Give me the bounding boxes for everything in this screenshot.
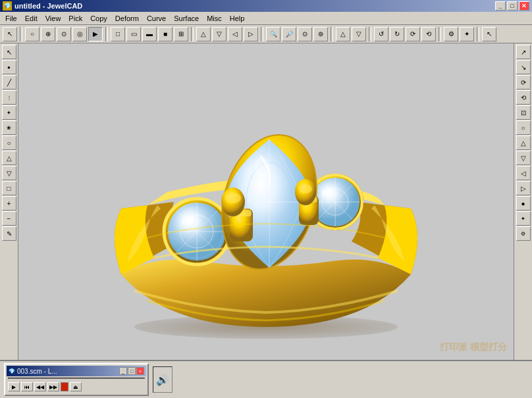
minimize-button[interactable]: _ <box>495 1 506 11</box>
tb-rect4[interactable]: ■ <box>158 27 173 41</box>
media-fwd[interactable]: ▶▶ <box>47 382 59 391</box>
lt-line[interactable]: ╱ <box>2 75 16 89</box>
tb-rect3[interactable]: ▬ <box>142 27 157 41</box>
tb-pointer[interactable]: ↖ <box>3 27 17 41</box>
rt-r4[interactable]: ⟲ <box>516 90 531 105</box>
tb-arr1[interactable]: ◁ <box>228 27 242 41</box>
tb-rect2[interactable]: ▭ <box>126 27 141 41</box>
rt-r3[interactable]: ⟳ <box>516 75 531 89</box>
tb-rot1[interactable]: ↺ <box>374 27 388 41</box>
lt-plus[interactable]: + <box>2 196 16 211</box>
tb-zoom2[interactable]: 🔎 <box>282 27 296 41</box>
media-eject[interactable]: ⏏ <box>70 382 82 391</box>
media-back[interactable]: ◀◀ <box>34 382 46 391</box>
rt-r11[interactable]: ● <box>516 196 531 211</box>
tb-misc1[interactable]: ⚙ <box>444 27 458 41</box>
right-toolbar: ↗ ↘ ⟳ ⟲ ⊡ ○ △ ▽ ◁ ▷ ● ✦ ⚙ <box>514 43 532 360</box>
rt-r8[interactable]: ▽ <box>516 151 531 165</box>
tb-cursor[interactable]: ▶ <box>88 27 103 41</box>
close-button[interactable]: ✕ <box>519 1 529 11</box>
speaker-area: 🔊 <box>153 366 173 393</box>
lt-rect[interactable]: □ <box>2 181 16 195</box>
media-title-controls: _ □ × <box>119 367 144 375</box>
lt-minus[interactable]: − <box>2 211 16 226</box>
tb-globe2[interactable]: ⊙ <box>57 27 71 41</box>
tb-view1[interactable]: △ <box>336 27 350 41</box>
media-body: ▶ ⏮ ◀◀ ▶▶ ⏏ <box>7 376 146 393</box>
left-toolbar: ↖ ● ╱ ⋮ ✦ ❀ ○ △ ▽ □ + − ✎ <box>0 43 18 360</box>
tb-sep2 <box>105 27 108 41</box>
menu-help[interactable]: Help <box>226 13 249 24</box>
lt-pen[interactable]: ✎ <box>2 226 16 241</box>
rt-r6[interactable]: ○ <box>516 120 531 135</box>
tb-zoom4[interactable]: ⊚ <box>313 27 328 41</box>
media-resize[interactable]: □ <box>128 367 136 375</box>
menu-view[interactable]: View <box>41 13 65 24</box>
lt-select[interactable]: ↖ <box>2 45 16 59</box>
menu-edit[interactable]: Edit <box>21 13 41 24</box>
lt-tri-dn[interactable]: ▽ <box>2 166 16 180</box>
tb-target[interactable]: ◎ <box>72 27 87 41</box>
tb-rot4[interactable]: ⟲ <box>421 27 436 41</box>
tb-circle1[interactable]: ○ <box>25 27 40 41</box>
media-player: 💎 003.scm - L... _ □ × ▶ ⏮ ◀◀ ▶▶ ⏏ <box>4 363 149 396</box>
rt-r9[interactable]: ◁ <box>516 166 531 180</box>
rt-r13[interactable]: ⚙ <box>516 226 531 241</box>
lt-cluster[interactable]: ✦ <box>2 105 16 120</box>
tb-view2[interactable]: ▽ <box>352 27 366 41</box>
speaker-icon: 🔊 <box>156 374 169 386</box>
tb-tri1[interactable]: △ <box>196 27 211 41</box>
menu-curve[interactable]: Curve <box>143 13 170 24</box>
media-close[interactable]: × <box>136 367 144 375</box>
tb-globe1[interactable]: ⊕ <box>41 27 55 41</box>
media-controls: ▶ ⏮ ◀◀ ▶▶ ⏏ <box>8 382 145 391</box>
media-title-icon: 💎 <box>9 368 15 374</box>
menu-file[interactable]: File <box>1 13 21 24</box>
media-minimize[interactable]: _ <box>119 367 127 375</box>
tb-zoom3[interactable]: ⊙ <box>298 27 312 41</box>
menu-copy[interactable]: Copy <box>86 13 111 24</box>
rt-r2[interactable]: ↘ <box>516 60 531 74</box>
tb-sep3 <box>191 27 194 41</box>
rt-r1[interactable]: ↗ <box>516 45 531 59</box>
rt-r10[interactable]: ▷ <box>516 181 531 195</box>
lt-tri-up[interactable]: △ <box>2 151 16 165</box>
media-title-text: 003.scm - L... <box>17 368 119 375</box>
main-area: ↖ ● ╱ ⋮ ✦ ❀ ○ △ ▽ □ + − ✎ <box>0 43 532 360</box>
maximize-button[interactable]: □ <box>507 1 518 11</box>
ring-display <box>18 43 514 360</box>
media-play[interactable]: ▶ <box>8 382 20 391</box>
menu-deform[interactable]: Deform <box>111 13 143 24</box>
menu-misc[interactable]: Misc <box>203 13 226 24</box>
svg-point-34 <box>299 184 312 193</box>
lt-dots[interactable]: ⋮ <box>2 90 16 105</box>
progress-bar[interactable] <box>8 378 145 379</box>
title-bar: 💎 untitled - JewelCAD _ □ ✕ <box>0 0 532 12</box>
menu-surface[interactable]: Surface <box>170 13 203 24</box>
window-title: untitled - JewelCAD <box>14 2 82 10</box>
app-icon: 💎 <box>3 1 12 11</box>
lt-flower[interactable]: ❀ <box>2 120 16 135</box>
tb-rot3[interactable]: ⟳ <box>406 27 420 41</box>
media-stop[interactable] <box>61 382 68 391</box>
rt-r12[interactable]: ✦ <box>516 211 531 226</box>
tb-zoom1[interactable]: 🔍 <box>266 27 280 41</box>
tb-tri2[interactable]: ▽ <box>212 27 226 41</box>
rt-r5[interactable]: ⊡ <box>516 105 531 120</box>
tb-rot2[interactable]: ↻ <box>390 27 404 41</box>
menu-pick[interactable]: Pick <box>65 13 86 24</box>
tb-grid[interactable]: ⊞ <box>174 27 188 41</box>
tb-sep8 <box>477 27 479 41</box>
tb-misc2[interactable]: ✦ <box>460 27 474 41</box>
lt-node[interactable]: ● <box>2 60 16 74</box>
media-prev[interactable]: ⏮ <box>21 382 33 391</box>
lt-ring[interactable]: ○ <box>2 136 16 150</box>
ring-svg <box>68 64 464 340</box>
rt-r7[interactable]: △ <box>516 136 531 150</box>
tb-rect1[interactable]: □ <box>111 27 125 41</box>
tb-sep1 <box>20 27 22 41</box>
tb-arrow[interactable]: ↖ <box>482 27 496 41</box>
bottom-panel: 💎 003.scm - L... _ □ × ▶ ⏮ ◀◀ ▶▶ ⏏ <box>0 360 532 398</box>
tb-arr2[interactable]: ▷ <box>244 27 258 41</box>
svg-point-32 <box>225 193 241 203</box>
